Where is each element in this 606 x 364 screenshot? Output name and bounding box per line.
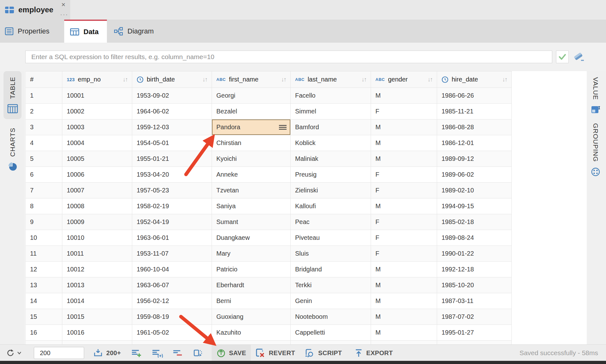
refresh-cell-button[interactable] <box>193 345 203 361</box>
row-number-cell[interactable]: 2 <box>26 104 62 119</box>
data-cell[interactable]: 10008 <box>62 198 132 214</box>
row-number-cell[interactable]: 14 <box>26 293 62 309</box>
data-cell[interactable]: 10009 <box>62 214 132 230</box>
data-cell[interactable]: 1958-02-19 <box>132 198 212 214</box>
add-row-button[interactable] <box>131 345 142 361</box>
data-cell[interactable]: Anneke <box>212 167 291 183</box>
data-cell[interactable]: 1963-06-07 <box>132 277 212 293</box>
data-cell[interactable]: 10006 <box>62 167 132 183</box>
data-cell[interactable]: M <box>371 88 437 104</box>
row-number-cell[interactable]: 3 <box>26 119 62 135</box>
sort-icon[interactable]: ↓↑ <box>362 76 366 83</box>
data-cell[interactable]: Koblick <box>291 135 371 151</box>
data-cell[interactable]: Zielinski <box>291 183 371 198</box>
column-header-last_name[interactable]: ABClast_name↓↑ <box>291 71 371 88</box>
row-number-cell[interactable]: 12 <box>26 262 62 277</box>
row-number-cell[interactable]: 8 <box>26 198 62 214</box>
save-button[interactable]: SAVE <box>212 345 251 361</box>
sort-icon[interactable]: ↓↑ <box>281 76 286 83</box>
data-cell[interactable]: Georgi <box>212 88 291 104</box>
data-cell[interactable]: Pandora <box>212 119 291 135</box>
data-cell[interactable]: 1957-05-23 <box>132 183 212 198</box>
data-cell[interactable]: 10016 <box>62 325 132 341</box>
apply-filter-button[interactable] <box>556 51 569 63</box>
row-number-cell[interactable]: 4 <box>26 135 62 151</box>
sort-icon[interactable]: ↓↑ <box>502 76 507 83</box>
row-number-cell[interactable]: 7 <box>26 183 62 198</box>
data-cell[interactable]: Patricio <box>212 262 291 277</box>
data-cell[interactable]: 1986-06-26 <box>437 88 512 104</box>
data-cell[interactable]: Kyoichi <box>212 151 291 167</box>
data-cell[interactable]: Cappelletti <box>291 325 371 341</box>
data-cell[interactable]: 10010 <box>62 230 132 246</box>
data-cell[interactable]: 1986-12-01 <box>437 135 512 151</box>
data-cell[interactable]: Saniya <box>212 198 291 214</box>
data-cell[interactable]: Bezalel <box>212 104 291 119</box>
data-cell[interactable]: M <box>371 151 437 167</box>
data-cell[interactable]: Peac <box>291 214 371 230</box>
data-cell[interactable]: Sluis <box>291 246 371 262</box>
data-cell[interactable]: 1953-11-07 <box>132 246 212 262</box>
data-cell[interactable]: 1964-06-02 <box>132 104 212 119</box>
data-cell[interactable]: 10003 <box>62 119 132 135</box>
data-cell[interactable]: Nooteboom <box>291 309 371 325</box>
data-cell[interactable]: 1989-06-02 <box>437 167 512 183</box>
row-number-cell[interactable]: 6 <box>26 167 62 183</box>
data-cell[interactable]: 1953-09-02 <box>132 88 212 104</box>
data-cell[interactable]: 1994-09-15 <box>437 198 512 214</box>
data-cell[interactable]: 1989-09-12 <box>437 151 512 167</box>
data-cell[interactable]: 1987-03-11 <box>437 293 512 309</box>
sort-icon[interactable]: ↓↑ <box>202 76 207 83</box>
row-number-cell[interactable]: 10 <box>26 230 62 246</box>
data-cell[interactable]: F <box>371 230 437 246</box>
delete-row-button[interactable] <box>172 345 183 361</box>
data-cell[interactable]: 1961-05-02 <box>132 325 212 341</box>
data-cell[interactable]: M <box>371 309 437 325</box>
data-cell[interactable]: 1959-08-19 <box>132 309 212 325</box>
script-button[interactable]: SCRIPT <box>304 345 342 361</box>
data-cell[interactable]: M <box>371 119 437 135</box>
data-cell[interactable]: M <box>371 135 437 151</box>
data-cell[interactable]: Maliniak <box>291 151 371 167</box>
column-header-first_name[interactable]: ABCfirst_name↓↑ <box>212 71 291 88</box>
data-cell[interactable]: M <box>371 262 437 277</box>
close-icon[interactable]: × <box>61 1 65 9</box>
export-button[interactable]: EXPORT <box>354 345 393 361</box>
sql-filter-input[interactable] <box>25 51 552 63</box>
data-cell[interactable]: M <box>371 293 437 309</box>
data-cell[interactable]: 1986-08-28 <box>437 119 512 135</box>
row-number-cell[interactable]: 5 <box>26 151 62 167</box>
data-cell[interactable]: F <box>371 167 437 183</box>
column-header-hire_date[interactable]: hire_date↓↑ <box>437 71 512 88</box>
data-cell[interactable]: 10012 <box>62 262 132 277</box>
fetch-next-button[interactable]: 200+ <box>93 345 121 361</box>
data-cell[interactable]: 1953-04-20 <box>132 167 212 183</box>
data-cell[interactable]: Kazuhito <box>212 325 291 341</box>
data-cell[interactable]: M <box>371 325 437 341</box>
data-cell[interactable]: Preusig <box>291 167 371 183</box>
cell-menu-icon[interactable] <box>278 124 288 130</box>
duplicate-row-button[interactable]: (+) <box>152 345 164 361</box>
data-cell[interactable]: Genin <box>291 293 371 309</box>
row-limit-input[interactable] <box>34 347 84 359</box>
data-cell[interactable]: 10013 <box>62 277 132 293</box>
data-cell[interactable]: Mary <box>212 246 291 262</box>
window-tab-employee[interactable]: employee <box>0 0 70 20</box>
data-cell[interactable]: 10001 <box>62 88 132 104</box>
data-cell[interactable]: F <box>371 246 437 262</box>
sort-icon[interactable]: ↓↑ <box>428 76 432 83</box>
column-header-emp_no[interactable]: 123emp_no↓↑ <box>62 71 132 88</box>
data-cell[interactable]: F <box>371 214 437 230</box>
row-number-header[interactable]: # <box>26 71 62 88</box>
data-cell[interactable]: Kalloufi <box>291 198 371 214</box>
data-cell[interactable]: Simmel <box>291 104 371 119</box>
data-cell[interactable]: 10014 <box>62 293 132 309</box>
data-cell[interactable]: 10015 <box>62 309 132 325</box>
data-cell[interactable]: Guoxiang <box>212 309 291 325</box>
data-cell[interactable]: Piveteau <box>291 230 371 246</box>
data-cell[interactable]: 1985-11-21 <box>437 104 512 119</box>
data-cell[interactable]: 1954-05-01 <box>132 135 212 151</box>
data-cell[interactable]: 1956-02-12 <box>132 293 212 309</box>
data-cell[interactable]: Eberhardt <box>212 277 291 293</box>
data-cell[interactable]: 1963-06-01 <box>132 230 212 246</box>
